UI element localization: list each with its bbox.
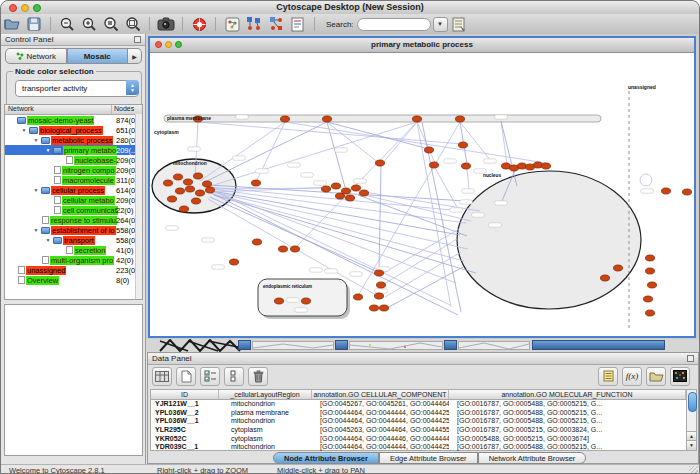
search-dropdown-icon[interactable]: ▼ [433, 17, 448, 32]
zoom-in-icon[interactable] [79, 15, 99, 33]
attribute-matrix-icon[interactable] [670, 367, 690, 386]
node-label-pill[interactable] [310, 268, 323, 272]
tree-row[interactable]: ▼transport558(0) [5, 235, 142, 245]
network-node[interactable] [302, 298, 311, 304]
tree-row[interactable]: nucleobase-209(0) [5, 155, 142, 165]
node-label-pill[interactable] [233, 156, 246, 160]
layout-nodes-b-icon[interactable] [266, 15, 286, 33]
node-label-pill[interactable] [188, 147, 201, 151]
tree-row[interactable]: secretion41(0) [5, 245, 142, 255]
expand-arrow-icon[interactable]: ▼ [43, 237, 53, 243]
float-panel-icon[interactable] [134, 36, 141, 43]
network-node[interactable] [646, 255, 655, 261]
network-node[interactable] [346, 195, 355, 201]
table-row[interactable]: YPL036W__2plasma membrane[GO:0044464, GO… [151, 409, 686, 418]
network-node[interactable] [370, 305, 379, 311]
network-node[interactable] [332, 183, 341, 189]
node-label-pill[interactable] [354, 179, 367, 183]
network-node[interactable] [196, 190, 205, 196]
network-node[interactable] [352, 185, 361, 191]
node-label-pill[interactable] [472, 213, 485, 217]
network-node[interactable] [206, 187, 215, 193]
node-label-pill[interactable] [489, 223, 502, 227]
network-overview-icon[interactable] [222, 15, 242, 33]
node-label-pill[interactable] [495, 115, 508, 119]
network-node[interactable] [180, 206, 189, 212]
network-node[interactable] [281, 116, 290, 122]
network-node[interactable] [662, 188, 671, 194]
network-node[interactable] [456, 116, 465, 122]
node-label-pill[interactable] [444, 159, 457, 163]
birds-eye-view-panel[interactable] [4, 304, 143, 456]
network-node[interactable] [375, 293, 384, 299]
node-label-pill[interactable] [325, 269, 338, 273]
resize-grip[interactable] [689, 466, 698, 474]
expand-arrow-icon[interactable]: ▼ [43, 147, 53, 153]
network-node[interactable] [291, 246, 300, 252]
tab-node-attribute-browser[interactable]: Node Attribute Browser [273, 452, 379, 464]
attribute-table-icon[interactable] [152, 367, 172, 386]
search-input[interactable] [357, 18, 431, 31]
background-window-fragment[interactable] [532, 340, 665, 350]
node-label-pill[interactable] [460, 200, 473, 204]
network-node[interactable] [230, 259, 239, 265]
tree-row[interactable]: cellular metabo209(0) [5, 195, 142, 205]
tree-row[interactable]: ▼primary metabo209(... [5, 145, 142, 155]
network-node[interactable] [168, 196, 177, 202]
node-label-pill[interactable] [166, 226, 179, 230]
network-node[interactable] [252, 180, 261, 186]
table-row[interactable]: YLR295Ccytoplasm[GO:0045263, GO:0044464,… [151, 426, 686, 435]
network-node[interactable] [279, 246, 288, 252]
background-window-fragment[interactable] [252, 341, 334, 350]
node-label-pill[interactable] [212, 265, 225, 269]
tree-row[interactable]: cell communicat22(0) [5, 205, 142, 215]
node-label-pill[interactable] [256, 169, 269, 173]
tree-row[interactable]: ▼establishment of lo558(0) [5, 225, 142, 235]
background-window-fragment[interactable] [444, 340, 457, 350]
attribute-editor-icon[interactable] [598, 367, 618, 386]
network-node[interactable] [462, 163, 471, 169]
node-label-pill[interactable] [462, 189, 475, 193]
network-node[interactable] [322, 186, 331, 192]
table-row[interactable]: YPL036W__1mitochondrion[GO:0044464, GO:0… [151, 417, 686, 426]
node-label-pill[interactable] [350, 272, 363, 276]
tab-edge-attribute-browser[interactable]: Edge Attribute Browser [379, 452, 478, 464]
attribute-table-header[interactable]: ID _cellularLayoutRegion annotation.GO C… [151, 390, 686, 400]
expand-arrow-icon[interactable]: ▼ [31, 137, 41, 143]
network-node[interactable] [253, 239, 262, 245]
network-node[interactable] [176, 188, 185, 194]
column-header-cellular-component[interactable]: annotation.GO CELLULAR_COMPONENT [312, 390, 449, 399]
node-label-pill[interactable] [288, 163, 301, 167]
scroll-down-icon[interactable]: ▼ [687, 440, 696, 450]
network-node[interactable] [203, 181, 212, 187]
network-node[interactable] [336, 193, 345, 199]
network-node[interactable] [164, 180, 173, 186]
node-label-pill[interactable] [495, 201, 508, 205]
node-label-pill[interactable] [202, 238, 215, 242]
node-label-pill[interactable] [335, 148, 348, 152]
table-row[interactable]: YDR039C__1mitochondrion[GO:0044464, GO:0… [151, 443, 686, 452]
combobox-stepper-icon[interactable]: ▲▼ [126, 80, 139, 95]
scrollbar-thumb[interactable] [688, 392, 697, 412]
expand-arrow-icon[interactable]: ▼ [31, 187, 41, 193]
zoom-selected-icon[interactable] [101, 15, 121, 33]
network-node[interactable] [184, 179, 193, 185]
delete-attribute-trash-icon[interactable] [248, 367, 268, 386]
float-data-panel-icon[interactable] [687, 355, 694, 362]
node-label-pill[interactable] [484, 159, 497, 163]
network-node[interactable] [186, 186, 195, 192]
import-attributes-icon[interactable] [646, 367, 666, 386]
tree-row[interactable]: macromolecule311(0) [5, 175, 142, 185]
tree-row[interactable]: Overview8(0) [5, 275, 142, 285]
unselect-attributes-icon[interactable] [224, 367, 244, 386]
tree-row[interactable]: multi-organism pro42(0) [5, 255, 142, 265]
network-node[interactable] [534, 162, 543, 168]
network-node[interactable] [377, 282, 386, 288]
snapshot-camera-icon[interactable] [156, 15, 176, 33]
network-node[interactable] [354, 294, 363, 300]
network-node[interactable] [683, 189, 692, 195]
network-node[interactable] [413, 116, 422, 122]
background-window-fragment[interactable] [238, 340, 251, 350]
network-node[interactable] [601, 275, 610, 281]
network-node[interactable] [646, 268, 655, 274]
